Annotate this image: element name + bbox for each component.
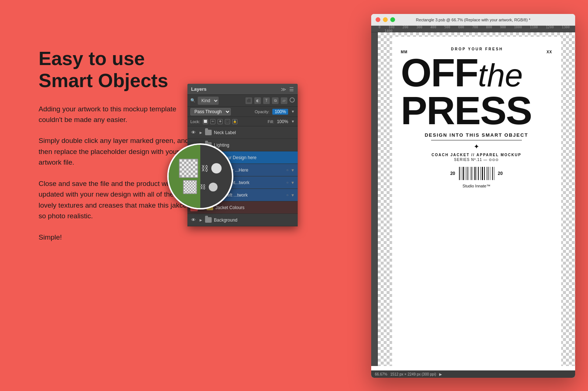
layer-name: Your Design here: [223, 155, 295, 160]
layer-row-background[interactable]: 👁 ▶ Background: [187, 214, 298, 226]
mag-brand: COACH JACKET // APPAREL MOCKUP: [401, 153, 552, 157]
ruler-text: 0 100 200 300 400 500 600 700 800 900 10…: [379, 26, 575, 32]
filter-toggle[interactable]: [290, 97, 295, 103]
mag-series: SERIES Nº.11 — ⊙⊙⊙: [401, 158, 552, 162]
minimize-button[interactable]: [383, 17, 388, 22]
body-text-4: Simple!: [39, 232, 193, 243]
folder-icon: [205, 130, 212, 135]
fill-value: 100%: [277, 119, 288, 124]
title-bar: Rectangle 3.psb @ 66.7% (Replace with yo…: [371, 14, 575, 26]
lock-artboard-icon[interactable]: ⬚: [225, 119, 230, 124]
layers-panel-header: Layers ≫ ☰: [187, 84, 298, 95]
filter-adjust-icon[interactable]: ◐: [254, 97, 261, 104]
magnified-layer-1: ⛓: [179, 159, 222, 178]
vis-circle-icon: ○: [286, 168, 288, 172]
opacity-value[interactable]: 100%: [272, 109, 288, 115]
main-heading: Easy to useSmart Objects: [39, 48, 193, 92]
magnifier-inner: ⛓ ⛓: [169, 145, 232, 208]
mag-star: ✦: [401, 143, 552, 151]
layer-mask-thumb-2: [209, 183, 218, 191]
chain-icon-1: ⛓: [201, 164, 208, 173]
traffic-lights: [376, 17, 395, 22]
search-icon: 🔍: [190, 98, 196, 103]
lock-pixel-icon[interactable]: ⬜: [203, 119, 208, 124]
barcode-row: 20: [401, 167, 552, 180]
kind-select[interactable]: Kind: [198, 97, 219, 105]
layer-name: Background: [214, 218, 295, 223]
lock-position-icon[interactable]: ✏: [210, 119, 215, 124]
zoom-level: 66.67%: [375, 372, 387, 376]
photoshop-window: Rectangle 3.psb @ 66.7% (Replace with yo…: [371, 14, 575, 378]
expand-arrow[interactable]: ▼: [291, 180, 295, 185]
eye-icon[interactable]: 👁: [190, 130, 196, 136]
canvas-inner: MM DROP YOUR FRESH XX OFFthe PRESS DESIG…: [392, 37, 561, 366]
filter-icons: ⬛ ◐ T ⧉ ▱: [245, 97, 295, 104]
fill-label: Fill:: [268, 119, 274, 124]
expand-arrow[interactable]: ▼: [291, 168, 295, 172]
chain-icon-2: ⛓: [200, 184, 206, 190]
status-bar: 66.67% 1512 px × 2249 px (300 ppi) ▶: [371, 370, 575, 378]
filter-shape-icon[interactable]: ▱: [281, 97, 287, 104]
mag-divider: [431, 140, 522, 140]
mag-the-text: the: [478, 57, 523, 93]
filter-pixel-icon[interactable]: ⬛: [245, 97, 252, 104]
ruler-top: 0 100 200 300 400 500 600 700 800 900 10…: [371, 26, 575, 32]
layers-menu-icon[interactable]: ≫: [281, 86, 286, 92]
mag-off-block: OFFthe: [401, 54, 552, 92]
window-title: Rectangle 3.psb @ 66.7% (Replace with yo…: [416, 18, 530, 22]
layer-name: Your ...Here: [225, 168, 284, 173]
close-button[interactable]: [376, 17, 380, 22]
mag-xx: XX: [546, 50, 552, 54]
vis-circle-icon: ○: [286, 193, 288, 197]
blend-row: Pass Through Opacity: 100% ▼: [187, 107, 298, 117]
expand-arrow[interactable]: ▼: [291, 193, 295, 197]
canvas: MM DROP YOUR FRESH XX OFFthe PRESS DESIG…: [378, 32, 575, 366]
layer-name: Neck Label: [214, 130, 295, 135]
eye-icon[interactable]: 👁: [190, 217, 196, 223]
magnified-layers: ⛓ ⛓: [179, 159, 222, 194]
folder-icon: [205, 217, 212, 223]
dimensions: 1512 px × 2249 px (300 ppi): [390, 372, 436, 376]
magnifier-overlay: ⛓ ⛓: [167, 143, 233, 209]
fill-arrow: ▼: [291, 119, 295, 123]
layer-row[interactable]: 👁 ▶ Neck Label: [187, 126, 298, 139]
body-text-1: Adding your artwork to this mockup templ…: [39, 104, 193, 125]
content-area: MM DROP YOUR FRESH XX OFFthe PRESS DESIG…: [371, 32, 575, 366]
layer-name: Left ...twork: [225, 193, 284, 198]
year-right: 20: [498, 171, 503, 176]
maximize-button[interactable]: [390, 17, 395, 22]
layers-options-icon[interactable]: ☰: [289, 86, 294, 92]
thumbnail-large-1: [179, 159, 198, 178]
lock-move-icon[interactable]: ✥: [218, 119, 223, 124]
expand-icon[interactable]: ▶: [198, 218, 203, 222]
lock-icons: ⬜ ✏ ✥ ⬚ 🔒: [203, 119, 237, 124]
layer-name: Right...twork: [225, 180, 284, 185]
lock-label: Lock:: [190, 119, 200, 124]
year-left: 20: [450, 171, 455, 176]
lock-all-icon[interactable]: 🔒: [232, 119, 237, 124]
barcode: [459, 167, 494, 180]
layers-panel-title: Layers: [191, 86, 207, 92]
layers-header-icons: ≫ ☰: [281, 86, 294, 92]
mag-off-text: OFF: [401, 50, 478, 95]
lock-row: Lock: ⬜ ✏ ✥ ⬚ 🔒 Fill: 100% ▼: [187, 117, 298, 126]
arrow-icon: ▶: [439, 372, 442, 376]
blend-mode-select[interactable]: Pass Through: [190, 108, 231, 115]
filter-type-icon[interactable]: T: [263, 97, 270, 104]
mag-subtitle: DESIGN INTO THIS SMART OBJECT: [401, 132, 552, 138]
mag-press-text: PRESS: [401, 92, 552, 130]
side-ruler: [371, 32, 378, 366]
expand-icon[interactable]: ▶: [198, 130, 203, 135]
filter-smart-icon[interactable]: ⧉: [272, 97, 279, 104]
magnified-layer-2: ⛓: [183, 180, 218, 194]
opacity-arrow: ▼: [291, 110, 295, 114]
layer-mask-thumb-1: [211, 163, 222, 173]
filter-row: 🔍 Kind ⬛ ◐ T ⧉ ▱: [187, 95, 298, 107]
studio-name: Studio Innate™: [401, 184, 552, 188]
thumbnail-large-2: [183, 180, 197, 194]
vis-circle-icon: ○: [286, 180, 288, 184]
opacity-label: Opacity:: [255, 110, 269, 114]
